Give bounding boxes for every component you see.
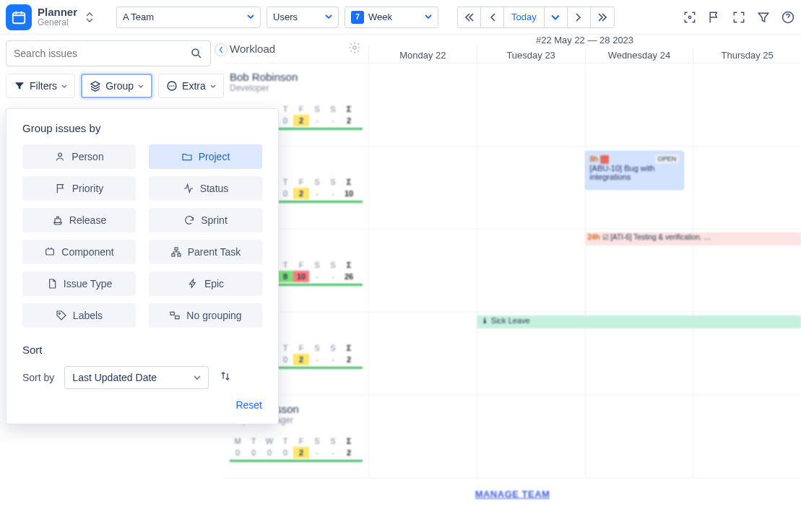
users-select[interactable]: Users xyxy=(267,6,339,28)
funnel-icon xyxy=(14,80,25,92)
group-option-parent-task[interactable]: Parent Task xyxy=(149,240,262,264)
chevron-down-icon xyxy=(247,12,254,22)
task-title: [ATI-6] Testing & verification. … xyxy=(610,233,711,241)
svg-point-8 xyxy=(59,153,62,157)
group-option-project[interactable]: Project xyxy=(149,144,262,169)
flag-icon xyxy=(55,183,66,194)
extra-label: Extra xyxy=(182,80,206,92)
filter-bar: Filters Group Extra xyxy=(6,74,211,98)
sort-by-label: Sort by xyxy=(22,372,54,383)
chevron-down-icon xyxy=(138,80,144,92)
person-icon xyxy=(54,151,66,162)
day-header: Thursday 25 xyxy=(693,48,801,64)
sort-direction-toggle[interactable] xyxy=(219,370,232,385)
leave-card[interactable]: 🌡 Sick Leave xyxy=(477,315,801,328)
group-option-component[interactable]: Component xyxy=(22,240,136,264)
folder-icon xyxy=(181,151,193,162)
svg-point-5 xyxy=(170,85,171,87)
group-button[interactable]: Group xyxy=(81,74,152,98)
group-option-status[interactable]: Status xyxy=(149,176,262,201)
sort-select-value: Last Updated Date xyxy=(72,372,157,383)
workload-main: Workload #22 May 22 — 28 2023 Monday 22 … xyxy=(224,35,801,532)
app-subtitle: General xyxy=(38,18,77,27)
app-logo xyxy=(6,4,32,30)
svg-rect-11 xyxy=(172,254,175,256)
period-select-value: Week xyxy=(368,12,392,22)
svg-point-7 xyxy=(173,85,175,87)
users-select-value: Users xyxy=(273,12,298,22)
focus-icon[interactable] xyxy=(683,10,697,25)
svg-rect-10 xyxy=(175,248,178,250)
activity-icon xyxy=(183,183,194,194)
filter-icon[interactable] xyxy=(756,10,771,25)
left-sidebar: Filters Group Extra xyxy=(0,35,217,104)
svg-point-16 xyxy=(353,46,357,50)
refresh-icon xyxy=(183,214,195,226)
svg-point-13 xyxy=(59,313,60,314)
date-range-label: #22 May 22 — 28 2023 xyxy=(368,35,801,48)
chevron-down-icon xyxy=(61,80,67,92)
collapse-sidebar-button[interactable] xyxy=(215,43,228,56)
svg-point-1 xyxy=(688,16,690,18)
filters-button[interactable]: Filters xyxy=(6,74,75,98)
component-icon xyxy=(44,246,56,258)
status-badge: OPEN xyxy=(655,154,680,163)
group-panel-title: Group issues by xyxy=(22,122,262,134)
svg-point-3 xyxy=(192,49,199,56)
nav-next-button[interactable] xyxy=(568,7,591,27)
day-header: Tuesday 23 xyxy=(477,48,585,64)
chevron-down-icon xyxy=(325,12,332,22)
day-header: Monday 22 xyxy=(368,48,477,64)
person-role: Developer xyxy=(230,83,363,93)
group-option-labels[interactable]: Labels xyxy=(22,303,136,328)
toolbar-actions xyxy=(683,10,795,25)
group-option-priority[interactable]: Priority xyxy=(22,176,136,201)
chevron-down-icon xyxy=(425,12,432,22)
group-option-epic[interactable]: Epic xyxy=(149,271,262,296)
reset-link[interactable]: Reset xyxy=(22,399,262,411)
person-name: Bob Robinson xyxy=(230,71,363,83)
team-select-value: A Team xyxy=(123,12,154,22)
calendar-icon: 7 xyxy=(351,11,364,24)
extra-button[interactable]: Extra xyxy=(158,74,224,98)
filters-label: Filters xyxy=(30,80,57,92)
search-box[interactable] xyxy=(6,40,211,66)
chevron-down-icon xyxy=(210,80,216,92)
group-option-person[interactable]: Person xyxy=(22,144,136,169)
app-title-block: Planner General xyxy=(38,6,77,28)
group-option-issue-type[interactable]: Issue Type xyxy=(22,271,136,296)
group-label: Group xyxy=(105,80,134,92)
person-row: …hman TFSSΣ 0 2 - - 10 xyxy=(224,147,801,230)
period-select[interactable]: 7 Week xyxy=(345,6,438,28)
more-icon xyxy=(166,80,178,92)
flag-icon[interactable] xyxy=(707,10,722,25)
bolt-icon xyxy=(187,278,199,289)
ship-icon xyxy=(52,214,64,226)
sort-heading: Sort xyxy=(22,344,262,356)
sort-select[interactable]: Last Updated Date xyxy=(64,366,209,389)
task-card[interactable]: 8h OPEN [ABU-10] Bug with integrations xyxy=(585,151,685,190)
day-header-row: Monday 22 Tuesday 23 Wednesday 24 Thursd… xyxy=(368,48,801,64)
nav-today-button[interactable]: Today xyxy=(504,7,545,27)
search-input[interactable] xyxy=(14,48,184,59)
nav-today-dropdown[interactable] xyxy=(545,7,568,27)
nav-first-button[interactable] xyxy=(458,7,481,27)
workload-title-block: Workload xyxy=(224,41,368,56)
nav-last-button[interactable] xyxy=(591,7,614,27)
team-select[interactable]: A Team xyxy=(116,6,261,28)
svg-rect-9 xyxy=(46,249,54,255)
fullscreen-icon[interactable] xyxy=(732,10,746,25)
help-icon[interactable] xyxy=(781,10,795,25)
chevron-down-icon xyxy=(194,374,201,381)
app-switcher[interactable] xyxy=(86,12,93,23)
group-option-no-grouping[interactable]: No grouping xyxy=(149,303,262,328)
nav-prev-button[interactable] xyxy=(481,7,504,27)
task-card[interactable]: 24h ☑ [ATI-6] Testing & verification. … xyxy=(585,232,802,245)
top-toolbar: Planner General A Team Users 7 Week Toda… xyxy=(0,0,801,35)
group-option-release[interactable]: Release xyxy=(22,208,136,232)
manage-team-link[interactable]: MANAGE TEAM xyxy=(224,489,801,500)
group-option-sprint[interactable]: Sprint xyxy=(149,208,262,232)
task-title: [ABU-10] Bug with integrations xyxy=(590,164,655,181)
gear-icon[interactable] xyxy=(348,41,361,56)
svg-rect-15 xyxy=(176,316,179,319)
